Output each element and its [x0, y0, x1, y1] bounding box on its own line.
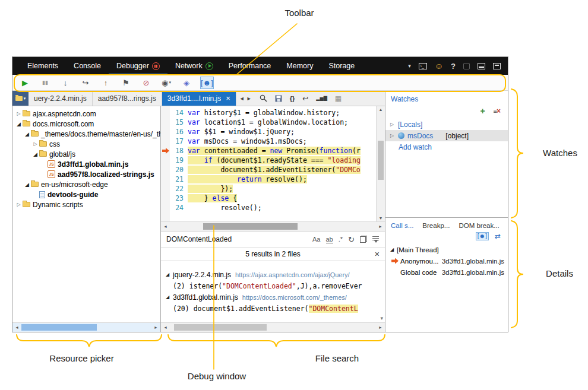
file-tab-uery-2-2-4-min-js[interactable]: uery-2.2.4.min.js	[29, 91, 93, 106]
scroll-right-icon[interactable]	[376, 224, 385, 229]
refresh-search-icon[interactable]: ↻	[348, 235, 355, 244]
top-tab-network[interactable]: Network	[167, 57, 221, 75]
scroll-left-icon[interactable]	[12, 325, 21, 329]
step-into-icon[interactable]: ↓	[59, 77, 72, 89]
result-match-row[interactable]: (20) document$1.addEventListener("DOMCon…	[161, 303, 385, 314]
code-editor[interactable]: 14var history$1 = globalWindow.history;1…	[161, 106, 385, 221]
breakpoint-margin[interactable]	[161, 175, 170, 184]
top-tab-console[interactable]: Console	[66, 57, 109, 75]
expander-icon[interactable]: ◢	[31, 151, 39, 157]
result-match-row[interactable]: (2) istener("DOMContentLoaded",J),a.remo…	[161, 280, 385, 291]
tree-item-devtools-guide[interactable]: devtools-guide	[12, 189, 160, 199]
dock-bottom-icon[interactable]	[478, 63, 485, 69]
details-tab-call-s[interactable]: Call s...	[391, 222, 413, 229]
callstack-frame-row[interactable]: Anonymou...3d3ffd1.global.min.js	[385, 255, 508, 267]
line-number[interactable]: 23	[170, 194, 188, 202]
line-number[interactable]: 24	[170, 204, 188, 212]
line-number[interactable]: 19	[170, 156, 188, 164]
search-input[interactable]: DOMContentLoaded	[166, 235, 307, 243]
regex-icon[interactable]: .*	[339, 236, 343, 243]
pin-icon[interactable]	[463, 63, 470, 69]
scrollbar-track[interactable]	[170, 323, 376, 332]
tree-item-3d3ffd1-global-min-js[interactable]: JS3d3ffd1.global.min.js	[12, 159, 160, 169]
breakpoint-margin[interactable]	[161, 137, 170, 146]
tree-item-en-us-microsoft-edge[interactable]: ◢en-us/microsoft-edge	[12, 179, 160, 189]
line-number[interactable]: 14	[170, 109, 188, 117]
breakpoint-margin[interactable]	[161, 118, 170, 127]
break-on-new-worker-icon[interactable]: ⚑	[119, 77, 132, 89]
editor-vertical-scrollbar[interactable]	[376, 106, 385, 221]
scroll-left-icon[interactable]	[161, 224, 170, 229]
expander-icon[interactable]: ◢	[166, 294, 173, 300]
expander-icon[interactable]: ▷	[389, 122, 395, 127]
step-out-icon[interactable]: ↑	[99, 77, 112, 89]
top-tab-debugger[interactable]: Debugger	[109, 57, 167, 75]
source-map-grid-icon[interactable]: ▦	[335, 94, 342, 103]
profiler-chart-icon[interactable]: ▂▅▇	[316, 96, 327, 101]
file-tab-aad957f8-rings-js[interactable]: aad957f8...rings.js	[93, 91, 162, 106]
breakpoint-margin[interactable]	[161, 146, 170, 156]
scroll-down-icon[interactable]	[380, 315, 383, 321]
file-tab-3d3ffd1-l-min-js[interactable]: 3d3ffd1....l.min.js×	[162, 91, 236, 106]
expander-icon[interactable]: ◢	[23, 131, 31, 137]
match-case-icon[interactable]: Aa	[312, 236, 320, 243]
step-over-icon[interactable]: ↪	[79, 77, 92, 89]
watch-item-msdocs[interactable]: ▷msDocs[object]	[385, 130, 508, 141]
scroll-right-icon[interactable]	[151, 325, 160, 329]
scrollbar-thumb[interactable]	[203, 223, 298, 230]
details-tab-breakp[interactable]: Breakp...	[422, 222, 450, 229]
line-number[interactable]: 16	[170, 128, 188, 136]
async-callstack-icon[interactable]: ⇄	[495, 232, 501, 240]
word-wrap-icon[interactable]: ↩	[302, 94, 308, 103]
prev-tab-icon[interactable]	[239, 96, 245, 102]
breakpoint-margin[interactable]	[161, 184, 170, 194]
scrollbar-track[interactable]	[21, 323, 151, 332]
collapse-results-icon[interactable]	[372, 236, 380, 243]
line-number[interactable]: 21	[170, 175, 188, 183]
breakpoint-margin[interactable]	[161, 203, 170, 213]
breakpoint-margin[interactable]	[161, 127, 170, 137]
breakpoint-margin[interactable]	[161, 194, 170, 203]
pretty-print-icon[interactable]: {}	[290, 95, 295, 102]
save-icon[interactable]	[275, 95, 282, 102]
expander-icon[interactable]: ◢	[166, 272, 173, 277]
close-search-icon[interactable]: ×	[375, 248, 380, 261]
scrollbar-thumb[interactable]	[378, 141, 384, 180]
thread-row[interactable]: ◢[Main Thread]	[385, 244, 508, 255]
add-watch-icon[interactable]: +	[480, 107, 485, 115]
scroll-right-icon[interactable]	[376, 325, 385, 329]
console-drawer-icon[interactable]	[419, 63, 427, 69]
line-number[interactable]: 22	[170, 185, 188, 193]
exception-control-icon[interactable]: ◉▾	[160, 77, 173, 89]
expander-icon[interactable]: ▷	[15, 202, 23, 207]
expander-icon[interactable]: ▷	[15, 111, 23, 116]
event-breakpoints-icon[interactable]: ◈	[180, 77, 193, 89]
scrollbar-thumb[interactable]	[174, 324, 267, 331]
top-tab-elements[interactable]: Elements	[20, 57, 66, 75]
breakpoint-margin[interactable]	[161, 156, 170, 165]
just-my-code-icon[interactable]: [☻]	[200, 77, 214, 89]
close-tab-icon[interactable]: ×	[226, 94, 230, 102]
line-number[interactable]: 17	[170, 137, 188, 145]
continue-icon[interactable]: ▶	[18, 77, 31, 89]
find-in-file-icon[interactable]	[260, 94, 267, 102]
help-icon[interactable]: ?	[451, 62, 456, 71]
tree-item-global-js[interactable]: ◢global/js	[12, 149, 160, 159]
disable-breakpoints-icon[interactable]: ⊘	[140, 77, 153, 89]
resource-picker-button[interactable]: ▾	[12, 91, 29, 106]
undock-window-icon[interactable]	[493, 63, 501, 69]
expander-icon[interactable]: ◢	[23, 182, 31, 188]
whole-word-icon[interactable]: ab	[326, 236, 333, 243]
tree-item-aad957f8-localized-strings-js[interactable]: JSaad957f8.localized-strings.js	[12, 169, 160, 179]
scrollbar-thumb[interactable]	[21, 324, 97, 331]
line-number[interactable]: 18	[170, 147, 188, 155]
expander-icon[interactable]: ◢	[390, 247, 397, 252]
scrollbar-track[interactable]	[170, 222, 376, 231]
expander-icon[interactable]: ▷	[389, 133, 395, 138]
expander-icon[interactable]: ◢	[15, 121, 23, 127]
break-icon[interactable]: ▮▮	[39, 77, 52, 89]
more-tools-chevron-icon[interactable]: ▾	[408, 63, 411, 69]
tree-item-ajax-aspnetcdn-com[interactable]: ▷ajax.aspnetcdn.com	[12, 109, 160, 119]
expander-icon[interactable]: ▷	[31, 141, 39, 147]
scroll-left-icon[interactable]	[161, 325, 170, 329]
